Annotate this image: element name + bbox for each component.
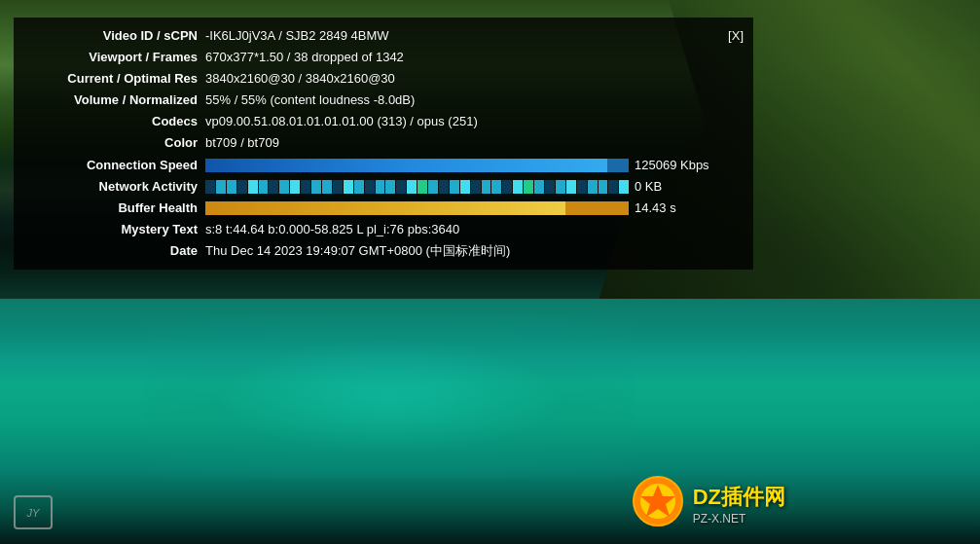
water-highlight (146, 315, 633, 479)
stat-row-mystery-text: Mystery Text s:8 t:44.64 b:0.000-58.825 … (25, 219, 742, 240)
label-mystery-text: Mystery Text (25, 219, 205, 240)
value-connection-speed: 125069 Kbps (635, 155, 709, 176)
bottom-logo: JY (14, 495, 57, 534)
value-color: bt709 / bt709 (205, 132, 279, 154)
label-volume: Volume / Normalized (25, 90, 205, 111)
connection-speed-bar (205, 159, 629, 172)
value-video-id: -IK6LJ0jV3A / SJB2 2849 4BMW (205, 25, 389, 47)
watermark-logo-svg (632, 475, 685, 528)
stat-row-color: Color bt709 / bt709 (25, 132, 742, 154)
value-date: Thu Dec 14 2023 19:49:07 GMT+0800 (中国标准时… (205, 240, 510, 262)
stat-row-codecs: Codecs vp09.00.51.08.01.01.01.01.00 (313… (25, 111, 742, 132)
stats-panel: [X] Video ID / sCPN -IK6LJ0jV3A / SJB2 2… (14, 18, 753, 270)
label-buffer-health: Buffer Health (25, 198, 205, 219)
label-codecs: Codecs (25, 111, 205, 132)
label-date: Date (25, 240, 205, 262)
close-button[interactable]: [X] (728, 25, 744, 47)
value-volume: 55% / 55% (content loudness -8.0dB) (205, 90, 415, 111)
logo-shape: JY (14, 495, 53, 529)
value-viewport: 670x377*1.50 / 38 dropped of 1342 (205, 47, 404, 68)
label-video-id: Video ID / sCPN (25, 25, 205, 47)
stat-row-network-activity: Network Activity (25, 176, 742, 198)
stat-row-video-id: Video ID / sCPN -IK6LJ0jV3A / SJB2 2849 … (25, 25, 742, 47)
watermark-text-block: DZ插件网 PZ-X.NET (693, 483, 785, 526)
value-codecs: vp09.00.51.08.01.01.01.01.00 (313) / opu… (205, 111, 478, 132)
network-activity-bar (205, 180, 629, 194)
value-resolution: 3840x2160@30 / 3840x2160@30 (205, 68, 395, 90)
logo-text: JY (27, 507, 40, 519)
stat-row-connection-speed: Connection Speed 125069 Kbps (25, 155, 742, 176)
label-color: Color (25, 132, 205, 154)
stat-row-viewport: Viewport / Frames 670x377*1.50 / 38 drop… (25, 47, 742, 68)
label-connection-speed: Connection Speed (25, 155, 205, 176)
stat-row-date: Date Thu Dec 14 2023 19:49:07 GMT+0800 (… (25, 240, 742, 262)
label-viewport: Viewport / Frames (25, 47, 205, 68)
stat-row-buffer-health: Buffer Health 14.43 s (25, 198, 742, 219)
watermark-logo-circle (632, 475, 685, 532)
label-resolution: Current / Optimal Res (25, 68, 205, 90)
stat-row-resolution: Current / Optimal Res 3840x2160@30 / 384… (25, 68, 742, 90)
value-buffer-health: 14.43 s (635, 198, 676, 219)
buffer-health-bar (205, 201, 629, 215)
network-bar-container: 0 KB (205, 176, 662, 198)
speed-bar-container: 125069 Kbps (205, 155, 709, 176)
buffer-bar-container: 14.43 s (205, 198, 676, 219)
value-network-activity: 0 KB (635, 176, 662, 198)
value-mystery-text: s:8 t:44.64 b:0.000-58.825 L pl_i:76 pbs… (205, 219, 459, 240)
stat-row-volume: Volume / Normalized 55% / 55% (content l… (25, 90, 742, 111)
watermark-site-sub: PZ-X.NET (693, 512, 785, 526)
label-network-activity: Network Activity (25, 176, 205, 198)
watermark-site-name: DZ插件网 (693, 483, 785, 512)
watermark: DZ插件网 PZ-X.NET (632, 475, 785, 532)
